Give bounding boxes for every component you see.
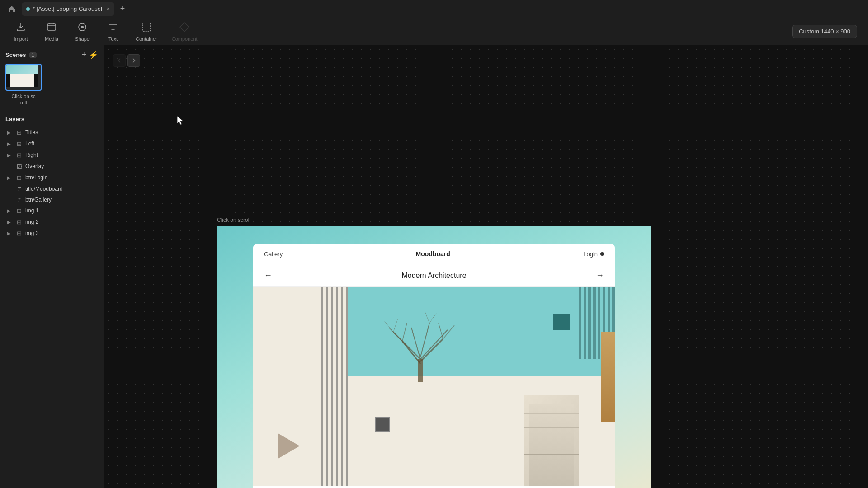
scenes-title: Scenes	[5, 52, 26, 58]
new-tab-button[interactable]: +	[116, 3, 129, 15]
layer-item-titles[interactable]: ▶ ⊞ Titles	[5, 127, 98, 138]
media-label: Media	[45, 36, 58, 42]
card-image-left	[253, 287, 348, 486]
add-scene-button[interactable]: +	[81, 51, 86, 59]
card-content-title: Modern Architecture	[272, 272, 596, 280]
layer-expand-right[interactable]: ▶	[7, 153, 13, 158]
layer-icon-img-3: ⊞	[15, 230, 23, 237]
layer-item-right[interactable]: ▶ ⊞ Right	[5, 150, 98, 161]
card-image-right	[348, 287, 615, 486]
preview-card: Gallery Moodboard Login ← Modern Archite…	[253, 244, 615, 488]
layer-expand-img-3[interactable]: ▶	[7, 231, 13, 236]
card-content-header: ← Modern Architecture →	[253, 264, 615, 287]
layer-icon-title-moodboard: T	[15, 186, 23, 192]
layer-icon-btn-gallery: T	[15, 197, 23, 202]
layer-icon-btn-login: ⊞	[15, 174, 23, 181]
layer-icon-right: ⊞	[15, 152, 23, 159]
import-label: Import	[14, 36, 28, 42]
card-login-dot	[600, 252, 604, 256]
toolbar: Import Media Shape Text	[0, 18, 868, 45]
svg-line-15	[384, 321, 393, 332]
svg-rect-3	[142, 23, 151, 31]
layer-item-overlay[interactable]: ▶ 🖼 Overlay	[5, 161, 98, 172]
card-gallery-link[interactable]: Gallery	[264, 251, 283, 258]
card-prev-arrow[interactable]: ←	[264, 271, 272, 280]
svg-line-9	[420, 323, 429, 357]
layer-icon-img-1: ⊞	[15, 207, 23, 214]
import-tool[interactable]: Import	[7, 19, 34, 44]
preview-background: Gallery Moodboard Login ← Modern Archite…	[217, 226, 651, 488]
layer-item-img-3[interactable]: ▶ ⊞ img 3	[5, 228, 98, 239]
tab-asset-looping[interactable]: * [Asset] Looping Carousel ×	[22, 2, 114, 16]
left-panel: Scenes 1 + ⚡ Click on sc roll	[0, 45, 104, 488]
text-label: Text	[108, 36, 118, 42]
svg-line-17	[425, 312, 429, 323]
import-icon	[15, 22, 26, 35]
layer-item-title-moodboard[interactable]: ▶ T title/Moodboard	[5, 183, 98, 194]
tree-illustration	[375, 305, 466, 382]
container-icon	[141, 22, 152, 35]
scenes-section: Scenes 1 + ⚡ Click on sc roll	[0, 45, 104, 110]
svg-rect-0	[47, 24, 56, 30]
card-images-area	[253, 287, 615, 486]
home-button[interactable]	[4, 1, 20, 17]
layer-item-left[interactable]: ▶ ⊞ Left	[5, 138, 98, 150]
svg-line-16	[393, 319, 398, 332]
layer-icon-img-2: ⊞	[15, 219, 23, 225]
preview-frame: Click on scroll Gallery Moodboard Login	[217, 226, 651, 488]
tab-title: * [Asset] Looping Carousel	[33, 5, 102, 12]
text-icon	[108, 22, 118, 35]
tab-close-button[interactable]: ×	[107, 6, 110, 12]
scene-label-1: Click on sc roll	[11, 93, 35, 106]
canvas-nav-back[interactable]	[113, 54, 126, 67]
container-label: Container	[136, 36, 157, 42]
layer-expand-titles[interactable]: ▶	[7, 130, 13, 135]
scenes-bolt-button[interactable]: ⚡	[89, 51, 98, 59]
container-tool[interactable]: Container	[130, 19, 163, 44]
dark-square	[375, 417, 390, 432]
card-moodboard-title: Moodboard	[283, 250, 583, 258]
layer-item-img-1[interactable]: ▶ ⊞ img 1	[5, 205, 98, 216]
layers-section: Layers ▶ ⊞ Titles ▶ ⊞ Left ▶ ⊞ Right ▶ 🖼…	[0, 110, 104, 488]
media-icon	[46, 22, 57, 35]
layer-expand-left[interactable]: ▶	[7, 141, 13, 146]
tab-dot	[26, 7, 30, 11]
card-login-area[interactable]: Login	[583, 251, 604, 258]
svg-line-18	[429, 313, 436, 323]
layer-icon-left: ⊞	[15, 141, 23, 147]
svg-point-2	[81, 26, 84, 28]
shape-icon	[77, 22, 88, 35]
layer-item-btn-gallery[interactable]: ▶ T btn/Gallery	[5, 194, 98, 205]
scene-thumbnail-1[interactable]	[5, 64, 42, 91]
viewport-size[interactable]: Custom 1440 × 900	[792, 25, 857, 38]
card-navbar: Gallery Moodboard Login	[253, 244, 615, 264]
shape-label: Shape	[75, 36, 90, 42]
layer-icon-overlay: 🖼	[15, 163, 23, 170]
layer-expand-img-2[interactable]: ▶	[7, 220, 13, 225]
layer-item-btn-login[interactable]: ▶ ⊞ btn/Login	[5, 172, 98, 183]
layers-title: Layers	[5, 116, 98, 122]
canvas-nav-forward[interactable]	[127, 54, 140, 67]
canvas-area[interactable]: Click on scroll Gallery Moodboard Login	[104, 45, 868, 488]
component-tool[interactable]: Component	[166, 19, 203, 44]
card-next-arrow[interactable]: →	[596, 271, 604, 280]
wooden-element	[601, 332, 615, 422]
layer-icon-titles: ⊞	[15, 129, 23, 136]
canvas-navigation	[113, 54, 140, 67]
click-on-scroll-label: Click on scroll	[217, 217, 250, 223]
svg-line-7	[420, 339, 443, 361]
shape-tool[interactable]: Shape	[69, 19, 96, 44]
scenes-count: 1	[29, 52, 37, 58]
svg-line-13	[443, 325, 454, 339]
svg-line-14	[439, 323, 443, 339]
teal-square	[553, 314, 570, 330]
text-tool[interactable]: Text	[99, 19, 127, 44]
component-label: Component	[172, 36, 198, 42]
svg-line-8	[420, 330, 448, 359]
media-tool[interactable]: Media	[38, 19, 65, 44]
layer-expand-btn-login[interactable]: ▶	[7, 175, 13, 180]
layer-expand-img-1[interactable]: ▶	[7, 208, 13, 213]
layer-item-img-2[interactable]: ▶ ⊞ img 2	[5, 216, 98, 228]
card-login-label[interactable]: Login	[583, 251, 598, 258]
staircase-element	[524, 395, 579, 486]
